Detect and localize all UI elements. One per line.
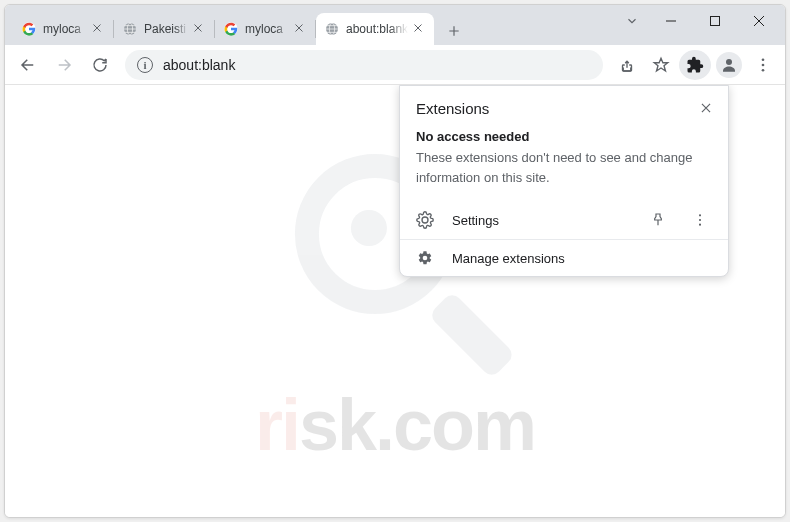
forward-button[interactable] <box>47 50 81 80</box>
svg-point-11 <box>699 214 701 216</box>
popup-close-button[interactable] <box>694 96 718 120</box>
browser-window: myloca Pakeisti myloca <box>4 4 786 518</box>
extension-settings-row[interactable]: Settings <box>400 201 728 239</box>
close-tab-icon[interactable] <box>192 22 206 36</box>
menu-icon[interactable] <box>747 50 779 80</box>
site-info-icon[interactable]: i <box>137 57 153 73</box>
tab[interactable]: myloca <box>13 13 113 45</box>
popup-title: Extensions <box>416 100 712 117</box>
close-tab-icon[interactable] <box>412 22 426 36</box>
tab-label: about:blank <box>346 22 408 36</box>
maximize-button[interactable] <box>693 6 737 36</box>
close-tab-icon[interactable] <box>293 22 307 36</box>
google-favicon-icon <box>21 21 37 37</box>
tab-label: myloca <box>43 22 87 36</box>
reload-button[interactable] <box>83 50 117 80</box>
bookmark-icon[interactable] <box>645 50 677 80</box>
window-controls <box>615 5 785 37</box>
address-bar[interactable]: i about:blank <box>125 50 603 80</box>
tab-search-icon[interactable] <box>615 14 649 28</box>
row-label: Settings <box>452 213 628 228</box>
close-tab-icon[interactable] <box>91 22 105 36</box>
google-favicon-icon <box>223 21 239 37</box>
toolbar: i about:blank <box>5 45 785 85</box>
minimize-button[interactable] <box>649 6 693 36</box>
gear-icon <box>416 211 434 229</box>
svg-point-12 <box>699 219 701 221</box>
svg-point-13 <box>699 224 701 226</box>
titlebar: myloca Pakeisti myloca <box>5 5 785 45</box>
new-tab-button[interactable] <box>440 17 468 45</box>
profile-button[interactable] <box>713 50 745 80</box>
manage-extensions-row[interactable]: Manage extensions <box>400 240 728 276</box>
extensions-popup: Extensions No access needed These extens… <box>399 85 729 277</box>
tab-strip: myloca Pakeisti myloca <box>5 5 615 45</box>
svg-point-7 <box>726 59 732 65</box>
svg-rect-6 <box>711 17 720 26</box>
address-text: about:blank <box>163 57 235 73</box>
back-button[interactable] <box>11 50 45 80</box>
globe-favicon-icon <box>324 21 340 37</box>
svg-point-10 <box>762 68 765 71</box>
globe-favicon-icon <box>122 21 138 37</box>
page-content: risk.com Extensions No access needed The… <box>5 85 785 517</box>
svg-point-9 <box>762 63 765 66</box>
close-window-button[interactable] <box>737 6 781 36</box>
tab-active[interactable]: about:blank <box>316 13 434 45</box>
tab[interactable]: Pakeisti <box>114 13 214 45</box>
share-icon[interactable] <box>611 50 643 80</box>
pin-icon[interactable] <box>646 212 670 228</box>
avatar-icon <box>716 52 742 78</box>
row-label: Manage extensions <box>452 251 712 266</box>
tab-label: Pakeisti <box>144 22 188 36</box>
popup-subtitle: No access needed <box>400 125 728 146</box>
tab[interactable]: myloca <box>215 13 315 45</box>
popup-description: These extensions don't need to see and c… <box>400 146 728 201</box>
more-icon[interactable] <box>688 212 712 228</box>
svg-point-8 <box>762 58 765 61</box>
extensions-icon[interactable] <box>679 50 711 80</box>
gear-solid-icon <box>416 250 434 266</box>
tab-label: myloca <box>245 22 289 36</box>
